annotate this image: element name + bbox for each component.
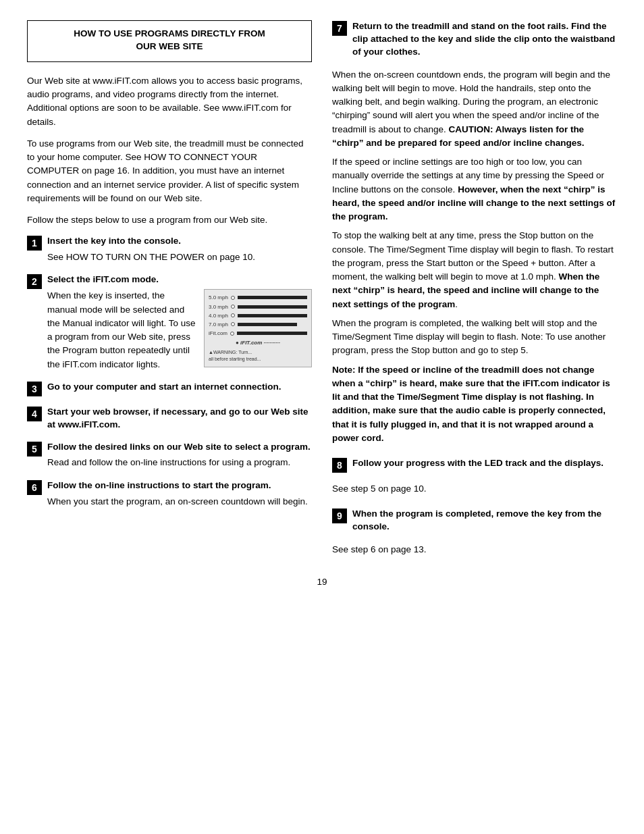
step-2-text: When the key is inserted, the manual mod… bbox=[47, 289, 197, 371]
step-4-content: Start your web browser, if necessary, an… bbox=[47, 406, 312, 432]
console-image: 5.0 mph 3.0 mph 4.0 mph 7.0 mph iFit.com… bbox=[204, 289, 312, 367]
step-1-title: Insert the key into the console. bbox=[47, 235, 312, 248]
step-8-title: Follow your progress with the LED track … bbox=[352, 457, 617, 470]
step-7-block: 7 Return to the treadmill and stand on t… bbox=[332, 20, 617, 59]
step-9-block: 9 When the program is completed, remove … bbox=[332, 508, 617, 533]
step-2-row: When the key is inserted, the manual mod… bbox=[47, 289, 312, 371]
step-4-title: Start your web browser, if necessary, an… bbox=[47, 406, 312, 432]
step-9-number: 9 bbox=[332, 509, 347, 523]
step-5-number: 5 bbox=[27, 442, 42, 457]
page-number: 19 bbox=[27, 577, 617, 587]
step-4-number: 4 bbox=[27, 407, 42, 421]
left-column: HOW TO USE PROGRAMS DIRECTLY FROM OUR WE… bbox=[27, 20, 312, 556]
step-1-desc: See HOW TO TURN ON THE POWER on page 10. bbox=[47, 251, 312, 264]
step-2-title: Select the iFIT.com mode. bbox=[47, 273, 312, 286]
intro-para-1: Our Web site at www.iFIT.com allows you … bbox=[27, 74, 312, 129]
step-8-desc: See step 5 on page 10. bbox=[332, 482, 617, 496]
step-9-title: When the program is completed, remove th… bbox=[352, 508, 617, 533]
page-container: HOW TO USE PROGRAMS DIRECTLY FROM OUR WE… bbox=[27, 20, 617, 587]
step-9-desc: See step 6 on page 13. bbox=[332, 543, 617, 556]
step-3-block: 3 Go to your computer and start an inter… bbox=[27, 381, 312, 396]
step-9-content: When the program is completed, remove th… bbox=[352, 508, 617, 533]
step-3-number: 3 bbox=[27, 382, 42, 396]
step-6-block: 6 Follow the on-line instructions to sta… bbox=[27, 479, 312, 509]
section-title: HOW TO USE PROGRAMS DIRECTLY FROM OUR WE… bbox=[37, 28, 302, 53]
step-6-desc: When you start the program, an on-screen… bbox=[47, 495, 312, 509]
step-5-desc: Read and follow the on-line instructions… bbox=[47, 456, 312, 469]
step-8-content: Follow your progress with the LED track … bbox=[352, 457, 617, 470]
two-column-layout: HOW TO USE PROGRAMS DIRECTLY FROM OUR WE… bbox=[27, 20, 617, 556]
step-6-content: Follow the on-line instructions to start… bbox=[47, 479, 312, 509]
step-3-content: Go to your computer and start an interne… bbox=[47, 381, 312, 394]
step-7-para-4: When the program is completed, the walki… bbox=[332, 317, 617, 358]
step-4-block: 4 Start your web browser, if necessary, … bbox=[27, 406, 312, 432]
step-8-block: 8 Follow your progress with the LED trac… bbox=[332, 457, 617, 473]
step-6-title: Follow the on-line instructions to start… bbox=[47, 479, 312, 492]
section-header-box: HOW TO USE PROGRAMS DIRECTLY FROM OUR WE… bbox=[27, 20, 312, 62]
step-8-number: 8 bbox=[332, 458, 347, 473]
step-3-title: Go to your computer and start an interne… bbox=[47, 381, 312, 394]
step-7-para-2: If the speed or incline settings are too… bbox=[332, 155, 617, 224]
step-7-number: 7 bbox=[332, 21, 347, 36]
step-7-para-1: When the on-screen countdown ends, the p… bbox=[332, 68, 617, 151]
step-7-para-5-bold: Note: If the speed or incline of the tre… bbox=[332, 363, 617, 446]
step-2-block: 2 Select the iFIT.com mode. When the key… bbox=[27, 273, 312, 371]
step-5-content: Follow the desired links on our Web site… bbox=[47, 441, 312, 470]
step-1-number: 1 bbox=[27, 236, 42, 251]
intro-para-2: To use programs from our Web site, the t… bbox=[27, 137, 312, 205]
step-2-number: 2 bbox=[27, 274, 42, 289]
step-2-content: Select the iFIT.com mode. When the key i… bbox=[47, 273, 312, 371]
step-5-title: Follow the desired links on our Web site… bbox=[47, 441, 312, 454]
intro-para-3: Follow the steps below to use a program … bbox=[27, 213, 312, 227]
step-7-title: Return to the treadmill and stand on the… bbox=[352, 20, 617, 59]
step-7-para-3: To stop the walking belt at any time, pr… bbox=[332, 229, 617, 311]
step-6-number: 6 bbox=[27, 480, 42, 495]
step-1-content: Insert the key into the console. See HOW… bbox=[47, 235, 312, 264]
step-7-content: Return to the treadmill and stand on the… bbox=[352, 20, 617, 59]
step-1-block: 1 Insert the key into the console. See H… bbox=[27, 235, 312, 264]
step-5-block: 5 Follow the desired links on our Web si… bbox=[27, 441, 312, 470]
right-column: 7 Return to the treadmill and stand on t… bbox=[332, 20, 617, 556]
